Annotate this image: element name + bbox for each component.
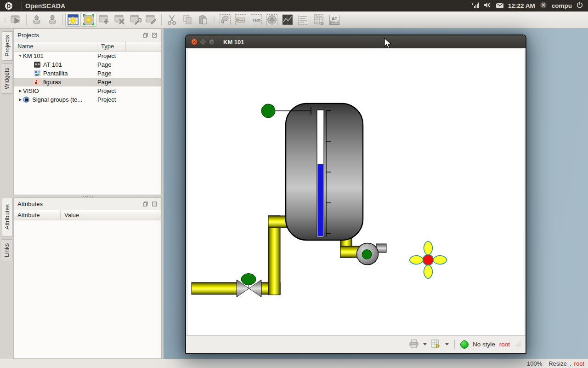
page-icon: [34, 62, 40, 68]
style-status-lamp[interactable]: [460, 340, 469, 349]
minimize-icon[interactable]: –: [200, 39, 206, 45]
panel-close-icon[interactable]: [151, 32, 158, 38]
volume-icon[interactable]: [484, 2, 492, 10]
table-row[interactable]: ▶ VISIO Project: [14, 86, 161, 95]
svg-text:Order: Order: [315, 15, 322, 17]
table-row[interactable]: Pantallita Page: [14, 69, 161, 78]
export-dropdown-icon[interactable]: [445, 343, 449, 345]
attributes-table-body: [14, 220, 161, 358]
fan-widget[interactable]: [410, 242, 447, 279]
cut-button[interactable]: [164, 13, 180, 27]
power-icon[interactable]: [576, 1, 583, 10]
add-media-widget-button[interactable]: [264, 13, 280, 27]
add-diagram-widget-button[interactable]: [280, 13, 295, 27]
save-to-db-button[interactable]: [45, 13, 60, 27]
network-signal-icon[interactable]: [471, 2, 480, 10]
maximize-icon[interactable]: □: [209, 39, 215, 45]
dock-tabstrip: Projects Widgets Attributes Links: [0, 29, 13, 359]
topbar-separator: [21, 2, 22, 10]
projects-panel: Projects Name Type: [13, 29, 162, 195]
add-function-widget-button[interactable]: ΔT Value: [327, 13, 342, 27]
current-user-label: root: [574, 360, 584, 367]
delete-item-button[interactable]: [112, 13, 128, 27]
valve-widget[interactable]: [237, 274, 261, 298]
column-name[interactable]: Name: [14, 41, 97, 51]
add-table-widget-button[interactable]: Order: [311, 13, 327, 27]
print-icon[interactable]: [409, 339, 419, 350]
svg-text:Enter: Enter: [237, 19, 244, 22]
panel-float-icon[interactable]: [142, 201, 148, 207]
add-protocol-widget-button[interactable]: [295, 13, 311, 27]
attributes-table-header: Attribute Value: [14, 210, 161, 220]
tab-attributes[interactable]: Attributes: [2, 198, 13, 236]
mdi-workspace: ✕ – □ KM 101: [164, 29, 588, 359]
column-attribute[interactable]: Attribute: [14, 210, 61, 220]
subwindow-title: KM 101: [223, 39, 244, 46]
column-value[interactable]: Value: [61, 210, 161, 220]
add-shape-widget-button[interactable]: [217, 13, 233, 27]
expander-open-icon[interactable]: ▼: [17, 54, 23, 58]
new-library-button[interactable]: [81, 13, 96, 27]
valve-state-lamp: [241, 274, 256, 285]
page-icon: [34, 79, 40, 85]
app-title: OpenSCADA: [25, 2, 65, 10]
close-icon[interactable]: ✕: [191, 39, 198, 45]
page-edit-window[interactable]: ✕ – □ KM 101: [185, 34, 526, 354]
table-row[interactable]: ▶ Signal groups (te... Project: [14, 95, 161, 104]
subwindow-statusbar: No style root: [186, 335, 526, 353]
add-form-element-widget-button[interactable]: Enter: [233, 13, 249, 27]
clock[interactable]: 12:22 AM: [508, 2, 535, 9]
session-menu-icon[interactable]: [539, 1, 548, 10]
toolbar-drag-handle[interactable]: [3, 15, 7, 25]
print-dropdown-icon[interactable]: [423, 343, 427, 345]
svg-text:ΔT: ΔT: [332, 16, 337, 21]
style-status-label: No style: [473, 341, 495, 348]
table-row[interactable]: AT 101 Page: [14, 60, 161, 69]
tank-widget[interactable]: [286, 104, 363, 240]
subwindow-titlebar[interactable]: ✕ – □ KM 101: [186, 35, 526, 48]
edit-item-button[interactable]: [143, 13, 159, 27]
column-type[interactable]: Type: [97, 41, 126, 51]
attributes-panel: Attributes Attribute Value: [13, 197, 162, 359]
scada-canvas[interactable]: [188, 49, 524, 335]
svg-text:Value: Value: [331, 21, 338, 24]
pump-widget[interactable]: [357, 243, 387, 265]
table-row[interactable]: ▼ KM 101 Project: [14, 52, 161, 60]
mail-icon[interactable]: [496, 2, 504, 10]
load-from-db-button[interactable]: [29, 13, 45, 27]
attributes-panel-title: Attributes: [17, 201, 139, 207]
ubuntu-logo-icon[interactable]: [0, 2, 17, 10]
statusbar-separator: .: [570, 360, 571, 367]
system-top-bar: OpenSCADA 12:22 AM: [0, 0, 588, 12]
main-toolbar: Enter Text: [0, 12, 588, 29]
fan-hub: [423, 255, 434, 265]
tab-projects[interactable]: Projects: [2, 31, 13, 61]
copy-button[interactable]: [180, 13, 195, 27]
item-properties-button[interactable]: [128, 13, 143, 27]
paste-button[interactable]: [195, 13, 211, 27]
toolbar-drag-handle[interactable]: [212, 15, 216, 25]
projects-tree: ▼ KM 101 Project AT 101 Page Pantallita …: [14, 52, 161, 195]
zoom-level: 100%: [527, 360, 542, 367]
main-statusbar: 100% Resize . root: [0, 359, 588, 368]
edit-mode-label: Resize: [548, 360, 567, 367]
subwindow-user-label: root: [499, 341, 510, 348]
panel-close-icon[interactable]: [151, 201, 158, 207]
resize-grip-icon[interactable]: [515, 341, 521, 348]
pump-state-lamp: [362, 250, 372, 259]
panel-float-icon[interactable]: [142, 32, 148, 38]
tab-links[interactable]: Links: [1, 239, 12, 261]
tab-widgets[interactable]: Widgets: [1, 63, 12, 94]
left-dock: Projects Widgets Attributes Links Projec…: [0, 29, 164, 359]
add-text-widget-button[interactable]: Text: [249, 13, 264, 27]
expander-closed-icon[interactable]: ▶: [17, 89, 23, 93]
projects-table-header: Name Type: [14, 41, 161, 52]
run-project-execution-button[interactable]: [8, 13, 24, 27]
expander-closed-icon[interactable]: ▶: [17, 98, 23, 102]
export-icon[interactable]: [431, 339, 441, 350]
table-row-selected[interactable]: figuras Page: [14, 78, 161, 86]
new-visual-item-button[interactable]: [65, 13, 81, 27]
session-name[interactable]: compu: [552, 2, 572, 9]
add-item-button[interactable]: [96, 13, 112, 27]
system-tray: 12:22 AM compu: [471, 1, 588, 10]
